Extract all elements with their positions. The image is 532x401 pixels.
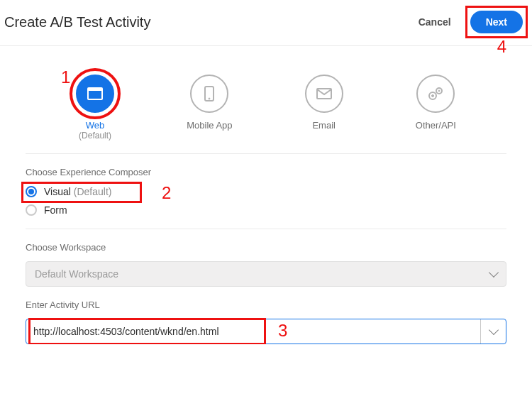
channel-other-api[interactable]: Other/API — [416, 75, 456, 141]
workspace-select: Default Workspace — [26, 261, 506, 287]
radio-label: Form — [44, 204, 67, 216]
radio-indicator — [26, 186, 37, 197]
radio-visual[interactable]: Visual (Default) — [26, 186, 506, 197]
annotation-label-1: 1 — [61, 67, 70, 87]
gears-icon — [416, 75, 455, 113]
svg-point-6 — [432, 95, 434, 97]
workspace-value: Default Workspace — [35, 268, 118, 280]
url-dropdown-button[interactable] — [480, 319, 506, 344]
svg-rect-1 — [88, 88, 102, 91]
header-actions: Cancel Next 4 — [419, 6, 528, 38]
cancel-button[interactable]: Cancel — [419, 16, 451, 28]
channel-label: Mobile App — [187, 120, 232, 131]
web-icon — [76, 75, 114, 113]
channel-selector: 1 Web (Default) Mobile App Email Other/A… — [26, 46, 506, 154]
svg-point-8 — [438, 90, 440, 92]
channel-web[interactable]: Web (Default) — [76, 75, 114, 141]
section-label-url: Enter Activity URL — [26, 300, 506, 310]
activity-url-input[interactable] — [26, 319, 480, 344]
radio-label: Visual (Default) — [44, 186, 111, 197]
channel-label: Web — [86, 120, 105, 131]
channel-label: Other/API — [416, 120, 456, 131]
url-input-row: 3 — [26, 319, 506, 344]
chevron-down-icon — [489, 268, 499, 278]
composer-radio-group: 2 Visual (Default) Form — [26, 186, 506, 216]
annotation-label-3: 3 — [278, 321, 287, 341]
radio-indicator — [26, 204, 37, 216]
section-label-workspace: Choose Workspace — [26, 242, 506, 253]
dialog-title: Create A/B Test Activity — [4, 14, 150, 31]
channel-email[interactable]: Email — [305, 75, 343, 141]
annotation-box-4: Next — [465, 6, 528, 38]
channel-label: Email — [312, 120, 336, 131]
url-section: Enter Activity URL 3 — [0, 287, 532, 344]
dialog-header: Create A/B Test Activity Cancel Next 4 — [0, 0, 532, 46]
workspace-section: Choose Workspace Default Workspace — [0, 229, 532, 287]
channel-mobile-app[interactable]: Mobile App — [187, 75, 232, 141]
mobile-icon — [190, 75, 228, 113]
radio-form[interactable]: Form — [26, 204, 506, 216]
channel-sub: (Default) — [79, 131, 111, 141]
svg-point-3 — [209, 98, 210, 99]
chevron-down-icon — [488, 325, 498, 335]
next-button[interactable]: Next — [470, 11, 523, 33]
composer-section: Choose Experience Composer 2 Visual (Def… — [0, 154, 532, 216]
annotation-label-2: 2 — [162, 183, 171, 203]
email-icon — [305, 75, 343, 113]
section-label-composer: Choose Experience Composer — [26, 167, 506, 177]
